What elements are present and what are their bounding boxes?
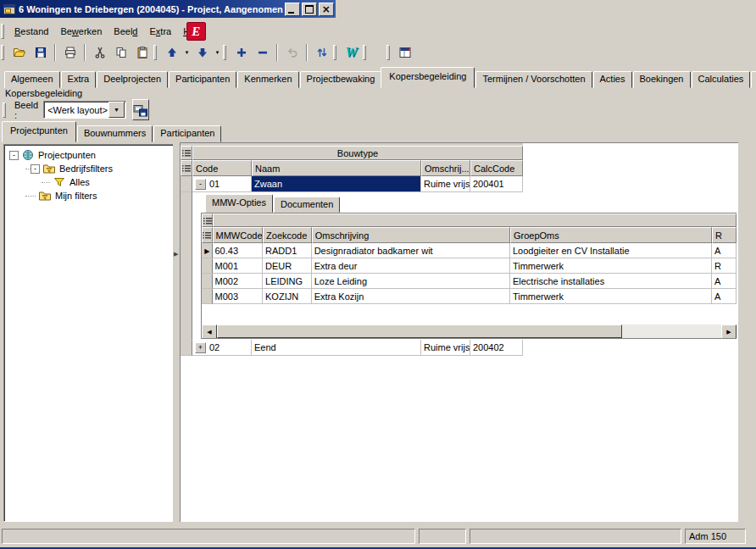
- grid-options-button[interactable]: [202, 214, 213, 227]
- scroll-right-button[interactable]: ▶: [721, 324, 737, 339]
- tree-item-mijn-filters[interactable]: Mijn filters: [4, 189, 173, 202]
- column-header-code[interactable]: Code: [192, 160, 252, 176]
- move-down-dropdown[interactable]: ▼: [213, 43, 222, 63]
- cell-mmwcode[interactable]: M002: [213, 274, 264, 289]
- column-header-groepoms[interactable]: GroepOms: [510, 227, 712, 243]
- column-header-mmwcode[interactable]: MMWCode: [213, 227, 264, 243]
- card-layout-button[interactable]: [394, 43, 415, 63]
- tab-termijnen-voorschotten[interactable]: Termijnen / Voorschotten: [475, 71, 592, 88]
- title-bar[interactable]: 6 Woningen te Driebergen (2004045) - Pro…: [0, 0, 336, 18]
- collapse-row-button[interactable]: -: [195, 179, 206, 190]
- cell-omschrijving[interactable]: Ruime vrijst: [421, 340, 470, 356]
- open-button[interactable]: [8, 43, 30, 63]
- tab-acties[interactable]: Acties: [593, 71, 632, 88]
- cell-partial[interactable]: A: [712, 243, 737, 258]
- cell-zoekcode[interactable]: RADD1: [263, 243, 312, 258]
- tab-algemeen[interactable]: Algemeen: [4, 71, 60, 88]
- cell-groepoms[interactable]: Timmerwerk: [510, 258, 712, 274]
- cell-omschrijving[interactable]: Loze Leiding: [312, 274, 510, 289]
- minimize-button[interactable]: [285, 3, 300, 16]
- toolbar-grip[interactable]: [386, 45, 392, 60]
- table-row[interactable]: M003 KOZIJN Extra Kozijn Timmerwerk A: [202, 289, 737, 304]
- cell-mmwcode[interactable]: 60.43: [213, 243, 264, 258]
- cell-naam-selected[interactable]: Zwaan: [252, 176, 421, 192]
- tab-projectpunten[interactable]: Projectpunten: [2, 121, 76, 142]
- cell-omschrijving[interactable]: Ruime vrijst: [421, 176, 470, 192]
- toolbar-grip[interactable]: [223, 45, 229, 60]
- word-export-button[interactable]: W: [341, 43, 362, 63]
- print-button[interactable]: [59, 43, 81, 63]
- tree-item-projectpunten[interactable]: - Projectpunten: [4, 148, 173, 162]
- cell-calccode[interactable]: 200401: [470, 176, 523, 192]
- grid-options-button[interactable]: [202, 227, 213, 243]
- tab-bouwnummers[interactable]: Bouwnummers: [77, 125, 153, 142]
- table-row[interactable]: ▶ 60.43 RADD1 Designradiator badkamer wi…: [202, 243, 737, 258]
- menu-bewerken[interactable]: Bewerken: [54, 25, 108, 38]
- grid-options-button[interactable]: [181, 160, 192, 176]
- cell-omschrijving[interactable]: Extra deur: [312, 258, 510, 274]
- tab-projectbewaking[interactable]: Projectbewaking: [300, 71, 382, 88]
- expand-row-button[interactable]: +: [195, 342, 206, 353]
- cell-zoekcode[interactable]: KOZIJN: [263, 289, 312, 304]
- scrollbar-track[interactable]: [622, 324, 721, 338]
- cell-groepoms[interactable]: Electrische installaties: [510, 274, 712, 289]
- cell-zoekcode[interactable]: LEIDING: [263, 274, 312, 289]
- cell-groepoms[interactable]: Timmerwerk: [510, 289, 712, 304]
- column-header-partial[interactable]: R: [712, 227, 737, 243]
- table-row[interactable]: M002 LEIDING Loze Leiding Electrische in…: [202, 274, 737, 289]
- scroll-left-button[interactable]: ◀: [202, 324, 217, 339]
- tab-documenten[interactable]: Documenten: [274, 197, 340, 213]
- copy-button[interactable]: [110, 43, 131, 63]
- maximize-button[interactable]: [302, 3, 317, 16]
- horizontal-scrollbar[interactable]: ◀ ▶: [202, 324, 737, 338]
- tab-boekingen[interactable]: Boekingen: [633, 71, 691, 88]
- menubar-grip[interactable]: [1, 24, 7, 39]
- cell-partial[interactable]: A: [712, 289, 737, 304]
- tab-participanten-inner[interactable]: Participanten: [153, 125, 221, 142]
- table-row[interactable]: - 01 Zwaan Ruime vrijst 200401: [181, 176, 523, 192]
- column-header-omschrijving[interactable]: Omschrij...: [421, 160, 470, 176]
- tab-participanten[interactable]: Participanten: [169, 71, 236, 88]
- cell-partial[interactable]: R: [712, 258, 737, 274]
- toolbar-grip[interactable]: [363, 45, 369, 60]
- move-up-dropdown[interactable]: ▼: [182, 43, 192, 63]
- add-button[interactable]: [231, 43, 252, 63]
- menu-bestand[interactable]: Bestand: [8, 25, 54, 38]
- refresh-button[interactable]: [311, 43, 332, 63]
- close-button[interactable]: ×: [319, 3, 334, 16]
- menu-extra[interactable]: Extra: [143, 25, 177, 38]
- tree-item-alles[interactable]: Alles: [4, 175, 173, 189]
- tree-expander[interactable]: -: [31, 164, 40, 174]
- save-button[interactable]: [30, 43, 51, 63]
- tab-kenmerken[interactable]: Kenmerken: [237, 71, 298, 88]
- move-up-button[interactable]: [161, 43, 182, 63]
- cell-omschrijving[interactable]: Extra Kozijn: [312, 289, 510, 304]
- tree-item-bedrijfsfilters[interactable]: - Bedrijfsfilters: [4, 162, 173, 175]
- toolbar-grip[interactable]: [153, 45, 159, 60]
- subgrid-group-band[interactable]: [213, 214, 737, 227]
- cell-naam[interactable]: Eend: [252, 340, 421, 356]
- cell-mmwcode[interactable]: M003: [213, 289, 264, 304]
- column-header-naam[interactable]: Naam: [252, 160, 421, 176]
- tab-mmw-opties[interactable]: MMW-Opties: [205, 194, 273, 213]
- tab-calculaties-2[interactable]: Calculaties: [751, 71, 756, 88]
- tab-extra[interactable]: Extra: [61, 71, 97, 88]
- grid-options-button[interactable]: [181, 146, 192, 160]
- table-row[interactable]: + 02 Eend Ruime vrijst 200402: [181, 340, 523, 356]
- toolbar-grip[interactable]: [1, 45, 7, 60]
- column-header-zoekcode[interactable]: Zoekcode: [263, 227, 312, 243]
- layout-combobox[interactable]: <Werk layout> ▼: [43, 101, 126, 119]
- column-header-omschrijving[interactable]: Omschrijving: [312, 227, 510, 243]
- toolbar-grip[interactable]: [333, 45, 339, 60]
- tree-expander[interactable]: -: [9, 151, 19, 160]
- combobox-dropdown-button[interactable]: ▼: [108, 102, 125, 118]
- scrollbar-thumb[interactable]: [217, 324, 622, 338]
- tab-calculaties-1[interactable]: Calculaties: [692, 71, 751, 88]
- column-header-calccode[interactable]: CalcCode: [470, 160, 523, 176]
- cell-mmwcode[interactable]: M001: [213, 258, 264, 274]
- undo-button[interactable]: [281, 43, 303, 63]
- cell-groepoms[interactable]: Loodgieiter en CV Installatie: [510, 243, 712, 258]
- menu-beeld[interactable]: Beeld: [108, 25, 143, 38]
- cell-omschrijving[interactable]: Designradiator badkamer wit: [312, 243, 510, 258]
- cell-calccode[interactable]: 200402: [470, 340, 523, 356]
